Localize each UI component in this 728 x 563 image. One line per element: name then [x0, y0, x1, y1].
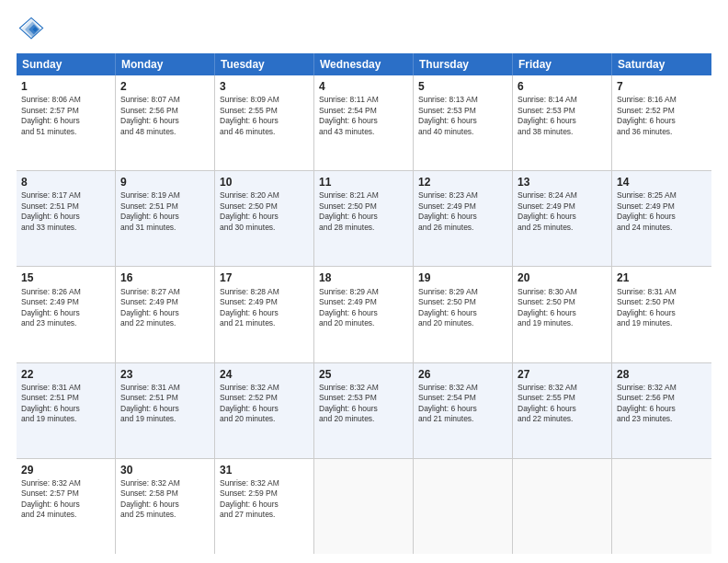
day-cell-20: 20Sunrise: 8:30 AM Sunset: 2:50 PM Dayli…	[513, 267, 612, 362]
day-info: Sunrise: 8:17 AM Sunset: 2:51 PM Dayligh…	[21, 190, 81, 231]
day-number: 18	[319, 270, 408, 285]
day-cell-4: 4Sunrise: 8:11 AM Sunset: 2:54 PM Daylig…	[314, 75, 414, 170]
logo	[17, 17, 48, 46]
day-cell-23: 23Sunrise: 8:31 AM Sunset: 2:51 PM Dayli…	[116, 363, 215, 458]
calendar-header: SundayMondayTuesdayWednesdayThursdayFrid…	[17, 53, 711, 75]
day-number: 20	[518, 270, 607, 285]
day-cell-3: 3Sunrise: 8:09 AM Sunset: 2:55 PM Daylig…	[215, 75, 314, 170]
day-cell-31: 31Sunrise: 8:32 AM Sunset: 2:59 PM Dayli…	[215, 459, 314, 554]
day-cell-16: 16Sunrise: 8:27 AM Sunset: 2:49 PM Dayli…	[116, 267, 215, 362]
day-info: Sunrise: 8:11 AM Sunset: 2:54 PM Dayligh…	[319, 95, 379, 135]
day-number: 23	[120, 367, 210, 382]
day-number: 24	[220, 367, 309, 382]
header-day-sunday: Sunday	[17, 53, 116, 75]
day-number: 21	[617, 270, 707, 285]
header	[17, 17, 711, 46]
day-number: 12	[418, 175, 507, 190]
day-number: 4	[319, 79, 408, 94]
calendar-row-4: 22Sunrise: 8:31 AM Sunset: 2:51 PM Dayli…	[17, 363, 711, 459]
day-number: 2	[120, 79, 210, 94]
day-info: Sunrise: 8:32 AM Sunset: 2:57 PM Dayligh…	[21, 478, 81, 519]
calendar-row-2: 8Sunrise: 8:17 AM Sunset: 2:51 PM Daylig…	[17, 171, 711, 267]
calendar-row-3: 15Sunrise: 8:26 AM Sunset: 2:49 PM Dayli…	[17, 267, 711, 362]
day-cell-6: 6Sunrise: 8:14 AM Sunset: 2:53 PM Daylig…	[513, 75, 612, 170]
day-info: Sunrise: 8:14 AM Sunset: 2:53 PM Dayligh…	[518, 95, 577, 135]
day-number: 8	[21, 175, 110, 190]
day-info: Sunrise: 8:07 AM Sunset: 2:56 PM Dayligh…	[120, 95, 180, 135]
day-number: 30	[120, 463, 210, 477]
day-cell-14: 14Sunrise: 8:25 AM Sunset: 2:49 PM Dayli…	[612, 171, 711, 266]
day-info: Sunrise: 8:25 AM Sunset: 2:49 PM Dayligh…	[617, 190, 677, 231]
day-number: 26	[418, 367, 507, 382]
day-info: Sunrise: 8:32 AM Sunset: 2:52 PM Dayligh…	[220, 383, 279, 423]
day-info: Sunrise: 8:32 AM Sunset: 2:58 PM Dayligh…	[120, 478, 180, 519]
day-cell-18: 18Sunrise: 8:29 AM Sunset: 2:49 PM Dayli…	[314, 267, 414, 362]
day-info: Sunrise: 8:21 AM Sunset: 2:50 PM Dayligh…	[319, 190, 379, 231]
day-info: Sunrise: 8:16 AM Sunset: 2:52 PM Dayligh…	[617, 95, 677, 135]
logo-icon	[18, 17, 44, 42]
day-info: Sunrise: 8:32 AM Sunset: 2:59 PM Dayligh…	[220, 478, 279, 519]
day-cell-2: 2Sunrise: 8:07 AM Sunset: 2:56 PM Daylig…	[116, 75, 215, 170]
day-cell-19: 19Sunrise: 8:29 AM Sunset: 2:50 PM Dayli…	[414, 267, 513, 362]
day-number: 14	[617, 175, 707, 190]
day-cell-12: 12Sunrise: 8:23 AM Sunset: 2:49 PM Dayli…	[414, 171, 513, 266]
day-cell-15: 15Sunrise: 8:26 AM Sunset: 2:49 PM Dayli…	[17, 267, 116, 362]
day-cell-1: 1Sunrise: 8:06 AM Sunset: 2:57 PM Daylig…	[17, 75, 116, 170]
day-number: 31	[220, 463, 309, 477]
day-number: 27	[518, 367, 607, 382]
day-cell-22: 22Sunrise: 8:31 AM Sunset: 2:51 PM Dayli…	[17, 363, 116, 458]
header-day-monday: Monday	[116, 53, 215, 75]
page: SundayMondayTuesdayWednesdayThursdayFrid…	[0, 0, 728, 563]
day-cell-10: 10Sunrise: 8:20 AM Sunset: 2:50 PM Dayli…	[215, 171, 314, 266]
day-cell-17: 17Sunrise: 8:28 AM Sunset: 2:49 PM Dayli…	[215, 267, 314, 362]
day-number: 10	[220, 175, 309, 190]
empty-cell	[414, 459, 513, 554]
day-info: Sunrise: 8:32 AM Sunset: 2:54 PM Dayligh…	[418, 383, 478, 423]
day-info: Sunrise: 8:32 AM Sunset: 2:55 PM Dayligh…	[518, 383, 577, 423]
day-number: 19	[418, 270, 507, 285]
day-cell-29: 29Sunrise: 8:32 AM Sunset: 2:57 PM Dayli…	[17, 459, 116, 554]
day-info: Sunrise: 8:31 AM Sunset: 2:51 PM Dayligh…	[21, 383, 81, 423]
day-info: Sunrise: 8:30 AM Sunset: 2:50 PM Dayligh…	[518, 287, 577, 327]
header-day-thursday: Thursday	[414, 53, 513, 75]
day-number: 22	[21, 367, 110, 382]
day-number: 1	[21, 79, 110, 94]
empty-cell	[612, 459, 711, 554]
empty-cell	[314, 459, 414, 554]
day-number: 25	[319, 367, 408, 382]
day-cell-30: 30Sunrise: 8:32 AM Sunset: 2:58 PM Dayli…	[116, 459, 215, 554]
day-cell-28: 28Sunrise: 8:32 AM Sunset: 2:56 PM Dayli…	[612, 363, 711, 458]
calendar-body: 1Sunrise: 8:06 AM Sunset: 2:57 PM Daylig…	[17, 75, 711, 554]
day-cell-24: 24Sunrise: 8:32 AM Sunset: 2:52 PM Dayli…	[215, 363, 314, 458]
day-number: 29	[21, 463, 110, 477]
day-number: 6	[518, 79, 607, 94]
day-cell-27: 27Sunrise: 8:32 AM Sunset: 2:55 PM Dayli…	[513, 363, 612, 458]
day-number: 16	[120, 270, 210, 285]
day-info: Sunrise: 8:27 AM Sunset: 2:49 PM Dayligh…	[120, 287, 180, 327]
day-number: 7	[617, 79, 707, 94]
day-number: 11	[319, 175, 408, 190]
day-info: Sunrise: 8:31 AM Sunset: 2:50 PM Dayligh…	[617, 287, 677, 327]
day-info: Sunrise: 8:24 AM Sunset: 2:49 PM Dayligh…	[518, 190, 577, 231]
day-number: 15	[21, 270, 110, 285]
header-day-saturday: Saturday	[612, 53, 711, 75]
day-cell-13: 13Sunrise: 8:24 AM Sunset: 2:49 PM Dayli…	[513, 171, 612, 266]
day-info: Sunrise: 8:09 AM Sunset: 2:55 PM Dayligh…	[220, 95, 279, 135]
day-cell-8: 8Sunrise: 8:17 AM Sunset: 2:51 PM Daylig…	[17, 171, 116, 266]
calendar-row-1: 1Sunrise: 8:06 AM Sunset: 2:57 PM Daylig…	[17, 75, 711, 171]
day-cell-7: 7Sunrise: 8:16 AM Sunset: 2:52 PM Daylig…	[612, 75, 711, 170]
day-info: Sunrise: 8:29 AM Sunset: 2:50 PM Dayligh…	[418, 287, 478, 327]
day-number: 17	[220, 270, 309, 285]
day-number: 5	[418, 79, 507, 94]
calendar: SundayMondayTuesdayWednesdayThursdayFrid…	[17, 53, 711, 554]
calendar-row-5: 29Sunrise: 8:32 AM Sunset: 2:57 PM Dayli…	[17, 459, 711, 554]
day-info: Sunrise: 8:31 AM Sunset: 2:51 PM Dayligh…	[120, 383, 180, 423]
header-day-wednesday: Wednesday	[314, 53, 414, 75]
day-info: Sunrise: 8:29 AM Sunset: 2:49 PM Dayligh…	[319, 287, 379, 327]
day-number: 13	[518, 175, 607, 190]
day-number: 3	[220, 79, 309, 94]
day-cell-5: 5Sunrise: 8:13 AM Sunset: 2:53 PM Daylig…	[414, 75, 513, 170]
day-number: 28	[617, 367, 707, 382]
header-day-tuesday: Tuesday	[215, 53, 314, 75]
day-info: Sunrise: 8:28 AM Sunset: 2:49 PM Dayligh…	[220, 287, 279, 327]
